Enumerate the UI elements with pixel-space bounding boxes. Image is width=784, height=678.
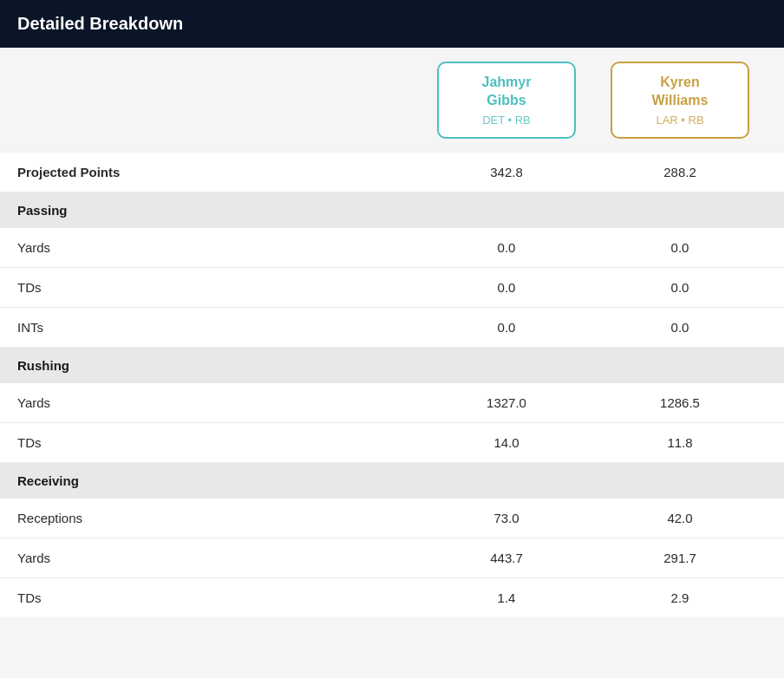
player1-column-header: JahmyrGibbs DET • RB [420,62,593,139]
row-label: TDs [17,590,420,605]
section-header-passing: Passing [0,192,784,228]
row-value-player2: 0.0 [593,280,767,295]
row-label: Yards [17,551,420,565]
page-header: Detailed Breakdown [0,0,784,48]
row-value-player1: 1327.0 [420,395,593,410]
table-row: Receptions73.042.0 [0,499,784,538]
projected-points-row: Projected Points 342.8 288.2 [0,153,784,192]
row-value-player2: 291.7 [593,551,767,565]
table-row: TDs1.42.9 [0,578,784,617]
row-value-player1: 1.4 [420,590,593,605]
row-value-player2: 2.9 [593,590,767,605]
row-label: TDs [17,435,420,450]
player1-card[interactable]: JahmyrGibbs DET • RB [437,62,576,139]
projected-points-label: Projected Points [17,165,420,179]
section-header-rushing: Rushing [0,348,784,383]
table-row: Yards1327.01286.5 [0,383,784,423]
player2-meta: LAR • RB [630,114,730,127]
row-value-player2: 42.0 [593,511,767,525]
row-label: Yards [17,395,420,410]
row-value-player1: 0.0 [420,320,593,335]
table-row: INTs0.00.0 [0,308,784,348]
row-value-player1: 443.7 [420,551,593,565]
projected-points-player2: 288.2 [593,165,767,179]
table-row: TDs0.00.0 [0,268,784,308]
section-header-receiving: Receiving [0,463,784,499]
sections-container: PassingYards0.00.0TDs0.00.0INTs0.00.0Rus… [0,192,784,617]
table-row: Yards0.00.0 [0,228,784,268]
row-value-player2: 0.0 [593,320,767,335]
header-title: Detailed Breakdown [17,14,183,33]
row-value-player2: 1286.5 [593,395,767,410]
row-value-player2: 11.8 [593,435,767,450]
player1-meta: DET • RB [456,114,557,127]
row-label: Yards [17,240,420,255]
table-row: TDs14.011.8 [0,423,784,463]
row-value-player2: 0.0 [593,240,767,255]
row-label: Receptions [17,511,420,525]
row-value-player1: 14.0 [420,435,593,450]
player2-name: KyrenWilliams [630,74,730,110]
table-row: Yards443.7291.7 [0,538,784,578]
player2-card[interactable]: KyrenWilliams LAR • RB [611,62,749,139]
row-label: TDs [17,280,420,295]
player2-column-header: KyrenWilliams LAR • RB [593,62,767,139]
row-label: INTs [17,320,420,335]
player-header-row: JahmyrGibbs DET • RB KyrenWilliams LAR •… [0,48,784,153]
row-value-player1: 73.0 [420,511,593,525]
projected-points-player1: 342.8 [420,165,593,179]
player1-name: JahmyrGibbs [456,74,557,110]
row-value-player1: 0.0 [420,280,593,295]
row-value-player1: 0.0 [420,240,593,255]
